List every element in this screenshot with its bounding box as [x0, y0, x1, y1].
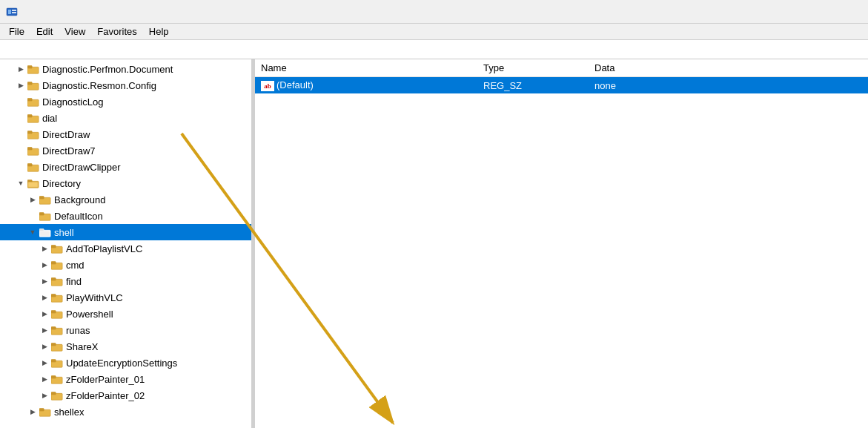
svg-rect-27	[40, 231, 50, 236]
tree-item-runas[interactable]: runas	[0, 322, 251, 338]
expander-sharex[interactable]	[39, 338, 50, 355]
menu-favorites[interactable]: Favorites	[91, 24, 142, 39]
tree-item-diagnosticlog[interactable]: DiagnosticLog	[0, 93, 251, 110]
folder-icon	[50, 372, 64, 386]
expander-shellex-partial[interactable]	[27, 404, 39, 420]
tree-item-playwithvlc[interactable]: PlayWithVLC	[0, 289, 251, 306]
expander-addtoplaylistvlc[interactable]	[39, 240, 50, 257]
tree-item-updateencryptionsettings[interactable]: UpdateEncryptionSettings	[0, 355, 251, 371]
tree-label-shell: shell	[54, 227, 74, 238]
svg-rect-7	[27, 82, 32, 85]
minimize-button[interactable]	[760, 0, 794, 24]
tree-item-diagnostic-perfmon[interactable]: Diagnostic.Perfmon.Document	[0, 61, 251, 77]
tree-item-directdrawclipper[interactable]: DirectDrawClipper	[0, 159, 251, 175]
title-bar-left	[6, 6, 22, 18]
expander-cmd[interactable]	[39, 257, 50, 273]
svg-rect-3	[12, 12, 16, 13]
svg-rect-20	[28, 182, 38, 187]
menu-edit[interactable]: Edit	[30, 24, 59, 39]
col-type: Type	[477, 59, 589, 77]
expander-zfolderpainter02[interactable]	[39, 387, 50, 404]
svg-rect-37	[51, 311, 56, 314]
menu-view[interactable]: View	[59, 24, 91, 39]
tree-label-runas: runas	[66, 325, 90, 336]
folder-icon	[27, 95, 40, 108]
svg-rect-1	[8, 10, 11, 14]
title-bar	[0, 0, 868, 24]
folder-icon	[50, 323, 64, 337]
svg-rect-33	[51, 278, 56, 281]
tree-item-background[interactable]: Background	[0, 191, 251, 208]
cell-type: REG_SZ	[477, 77, 589, 94]
tree-item-find[interactable]: find	[0, 273, 251, 289]
tree-item-addtoplaylistvlc[interactable]: AddToPlaylistVLC	[0, 240, 251, 257]
tree-item-directory[interactable]: Directory	[0, 175, 251, 191]
expander-find[interactable]	[39, 273, 50, 289]
tree-label-cmd: cmd	[66, 260, 85, 271]
svg-rect-41	[51, 343, 56, 346]
tree-item-diagnostic-resmon[interactable]: Diagnostic.Resmon.Config	[0, 77, 251, 93]
folder-icon	[27, 177, 40, 190]
tree-label-zfolderpainter02: zFolderPainter_02	[66, 390, 145, 401]
svg-rect-24	[39, 213, 44, 216]
tree-label-directdraw7: DirectDraw7	[42, 145, 96, 157]
reg-value-icon: ab	[261, 81, 274, 91]
tree-item-zfolderpainter01[interactable]: zFolderPainter_01	[0, 371, 251, 387]
tree-label-defaulticon: DefaultIcon	[54, 211, 103, 222]
tree-item-sharex[interactable]: ShareX	[0, 338, 251, 355]
tree-label-addtoplaylistvlc: AddToPlaylistVLC	[66, 243, 142, 254]
tree-item-defaulticon[interactable]: DefaultIcon	[0, 208, 251, 224]
expander-diagnostic-resmon[interactable]	[15, 77, 27, 93]
close-button[interactable]	[828, 0, 862, 24]
expander-zfolderpainter01[interactable]	[39, 371, 50, 387]
tree-item-cmd[interactable]: cmd	[0, 257, 251, 273]
svg-rect-43	[51, 360, 56, 363]
table-row[interactable]: ab(Default)REG_SZnone	[255, 77, 868, 94]
menu-help[interactable]: Help	[143, 24, 175, 39]
folder-icon	[39, 405, 52, 418]
expander-diagnostic-perfmon[interactable]	[15, 61, 27, 77]
expander-playwithvlc[interactable]	[39, 289, 50, 306]
svg-rect-11	[27, 115, 32, 118]
expander-background[interactable]	[27, 191, 39, 208]
tree-label-dial: dial	[42, 113, 57, 124]
tree-item-shell[interactable]: shell	[0, 224, 251, 240]
tree-item-directdraw7[interactable]: DirectDraw7	[0, 142, 251, 159]
expander-runas[interactable]	[39, 322, 50, 338]
cell-name: ab(Default)	[255, 77, 477, 94]
address-bar[interactable]	[0, 40, 868, 59]
tree-label-sharex: ShareX	[66, 341, 98, 352]
main-container: Diagnostic.Perfmon.Document Diagnostic.R…	[0, 59, 868, 428]
expander-shell[interactable]	[27, 224, 39, 240]
tree-item-zfolderpainter02[interactable]: zFolderPainter_02	[0, 387, 251, 404]
folder-icon	[50, 274, 64, 288]
expander-powershell[interactable]	[39, 306, 50, 322]
menu-file[interactable]: File	[3, 24, 30, 39]
tree-item-directdraw[interactable]: DirectDraw	[0, 126, 251, 142]
svg-rect-17	[27, 164, 32, 167]
expander-directory[interactable]	[15, 175, 27, 191]
folder-icon	[27, 128, 40, 141]
folder-icon	[50, 340, 64, 353]
folder-icon	[50, 389, 64, 402]
tree-item-powershell[interactable]: Powershell	[0, 306, 251, 322]
tree-panel[interactable]: Diagnostic.Perfmon.Document Diagnostic.R…	[0, 59, 252, 428]
folder-icon	[27, 144, 40, 157]
tree-label-playwithvlc: PlayWithVLC	[66, 292, 123, 303]
folder-icon	[50, 291, 64, 304]
tree-label-directory: Directory	[42, 178, 81, 189]
svg-rect-15	[27, 148, 32, 151]
svg-rect-9	[27, 99, 32, 102]
folder-icon	[39, 225, 52, 239]
maximize-button[interactable]	[794, 0, 828, 24]
tree-label-directdrawclipper: DirectDrawClipper	[42, 162, 120, 173]
tree-label-diagnostic-resmon: Diagnostic.Resmon.Config	[42, 80, 156, 91]
expander-updateencryptionsettings[interactable]	[39, 355, 50, 371]
folder-icon	[50, 307, 64, 320]
svg-rect-39	[51, 327, 56, 330]
tree-item-dial[interactable]: dial	[0, 110, 251, 126]
tree-item-shellex-partial[interactable]: shellex	[0, 404, 251, 420]
window-controls	[760, 0, 862, 24]
svg-rect-2	[12, 10, 16, 11]
registry-editor-icon	[6, 6, 18, 18]
